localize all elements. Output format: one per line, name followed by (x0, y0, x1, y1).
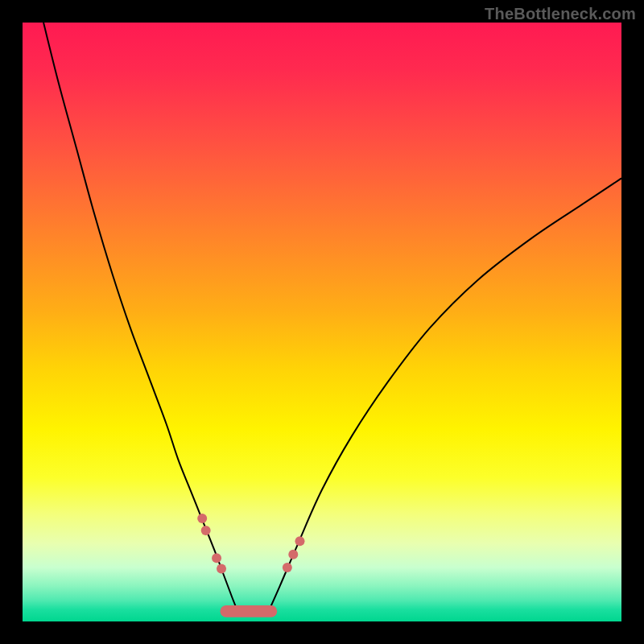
curve-left (43, 23, 238, 613)
chart-frame: TheBottleneck.com (0, 0, 644, 644)
threshold-dot (295, 536, 304, 546)
threshold-dot (197, 514, 207, 523)
threshold-dot (283, 563, 292, 572)
watermark-text: TheBottleneck.com (485, 5, 636, 23)
marker-group (197, 514, 304, 617)
plot-area (23, 23, 621, 621)
threshold-dot (212, 553, 221, 563)
chart-svg (23, 23, 621, 621)
threshold-dot (201, 526, 211, 535)
threshold-dot (288, 550, 298, 559)
curve-right (268, 178, 621, 612)
floor-pill (221, 605, 278, 617)
threshold-dot (217, 564, 226, 574)
